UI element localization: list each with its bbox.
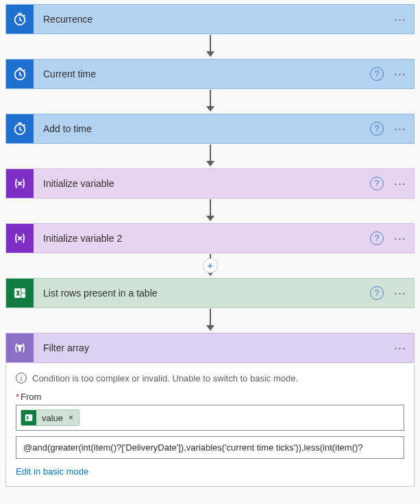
connector-arrow bbox=[4, 89, 416, 114]
help-icon[interactable]: ? bbox=[370, 122, 384, 136]
step-initialize-variable-2[interactable]: Initialize variable 2 ? ··· bbox=[5, 223, 415, 253]
svg-marker-5 bbox=[206, 106, 214, 112]
connector-arrow bbox=[4, 199, 416, 223]
filter-icon bbox=[6, 333, 34, 362]
token-label: value bbox=[36, 413, 69, 423]
excel-icon bbox=[21, 410, 36, 425]
step-title: Initialize variable 2 bbox=[34, 233, 370, 244]
svg-marker-18 bbox=[206, 325, 214, 331]
connector-arrow: + bbox=[4, 253, 416, 278]
clock-icon bbox=[6, 60, 34, 88]
step-list-rows[interactable]: List rows present in a table ? ··· bbox=[5, 278, 415, 308]
menu-icon[interactable]: ··· bbox=[389, 177, 411, 191]
add-step-button[interactable]: + bbox=[203, 258, 218, 273]
step-add-to-time[interactable]: Add to time ? ··· bbox=[5, 114, 415, 144]
menu-icon[interactable]: ··· bbox=[389, 286, 411, 301]
clock-icon bbox=[6, 114, 34, 143]
info-text: Condition is too complex or invalid. Una… bbox=[32, 373, 298, 383]
step-title: Recurrence bbox=[34, 14, 389, 25]
filter-array-panel: i Condition is too complex or invalid. U… bbox=[5, 364, 415, 487]
help-icon[interactable]: ? bbox=[370, 231, 384, 245]
info-icon: i bbox=[16, 373, 27, 383]
connector-arrow bbox=[4, 144, 416, 168]
step-initialize-variable[interactable]: Initialize variable ? ··· bbox=[5, 168, 415, 199]
menu-icon[interactable]: ··· bbox=[389, 231, 411, 246]
clock-icon bbox=[6, 5, 34, 34]
from-input[interactable]: value × bbox=[16, 405, 404, 431]
step-title: List rows present in a table bbox=[34, 288, 370, 299]
info-message: i Condition is too complex or invalid. U… bbox=[16, 373, 404, 383]
excel-icon bbox=[6, 279, 34, 307]
step-title: Filter array bbox=[34, 342, 389, 353]
step-recurrence[interactable]: Recurrence ··· bbox=[5, 4, 415, 34]
variable-icon bbox=[6, 224, 34, 253]
from-label: *From bbox=[16, 392, 404, 402]
help-icon[interactable]: ? bbox=[370, 177, 384, 190]
menu-icon[interactable]: ··· bbox=[389, 12, 411, 27]
svg-rect-19 bbox=[25, 414, 33, 420]
connector-arrow bbox=[4, 34, 416, 59]
step-title: Add to time bbox=[34, 123, 370, 134]
expression-input[interactable]: @and(greater(int(item()?['DeliveryDate']… bbox=[16, 436, 404, 459]
value-token[interactable]: value × bbox=[21, 410, 79, 426]
edit-basic-mode-link[interactable]: Edit in basic mode bbox=[16, 466, 88, 477]
menu-icon[interactable]: ··· bbox=[389, 67, 411, 81]
svg-marker-2 bbox=[206, 51, 214, 57]
svg-marker-10 bbox=[206, 216, 214, 221]
svg-marker-8 bbox=[206, 161, 214, 166]
help-icon[interactable]: ? bbox=[370, 67, 384, 81]
help-icon[interactable]: ? bbox=[370, 286, 384, 300]
step-filter-array[interactable]: Filter array ··· bbox=[5, 333, 415, 363]
step-current-time[interactable]: Current time ? ··· bbox=[5, 59, 415, 89]
remove-token-icon[interactable]: × bbox=[69, 413, 79, 423]
variable-icon bbox=[6, 169, 34, 198]
step-title: Current time bbox=[34, 68, 370, 79]
step-title: Initialize variable bbox=[34, 178, 370, 189]
menu-icon[interactable]: ··· bbox=[389, 341, 411, 355]
required-marker: * bbox=[16, 392, 19, 402]
menu-icon[interactable]: ··· bbox=[389, 122, 411, 136]
connector-arrow bbox=[4, 308, 416, 333]
